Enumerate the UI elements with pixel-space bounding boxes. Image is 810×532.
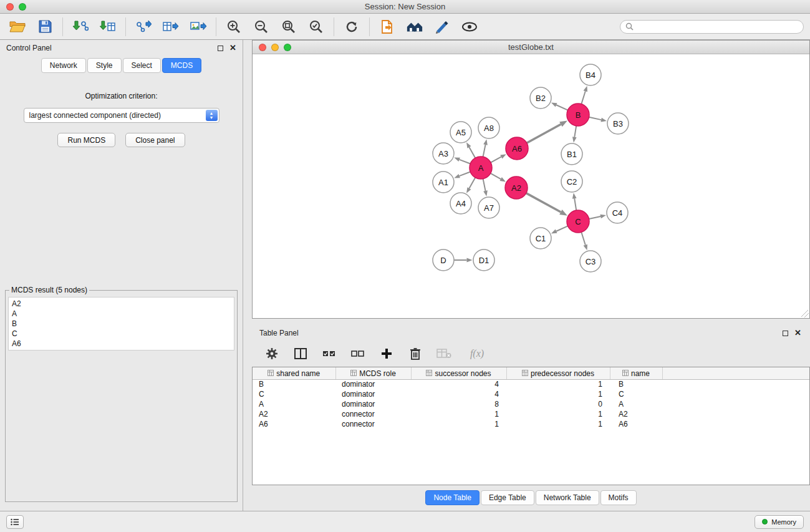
- result-item[interactable]: A2: [12, 299, 231, 309]
- table-row[interactable]: Bdominator41B: [253, 379, 809, 389]
- graph-edge[interactable]: [483, 179, 486, 191]
- save-session-icon[interactable]: [36, 18, 54, 36]
- column-header[interactable]: name: [610, 367, 662, 379]
- eye-icon[interactable]: [461, 18, 478, 36]
- tab-network[interactable]: Network: [41, 58, 86, 73]
- graph-edge[interactable]: [483, 145, 486, 157]
- resize-grip[interactable]: [801, 310, 809, 317]
- settings-gear-icon[interactable]: [264, 346, 279, 361]
- result-item[interactable]: A6: [12, 339, 231, 349]
- graph-edge[interactable]: [527, 124, 561, 143]
- zoom-in-icon[interactable]: [225, 18, 243, 36]
- graph-node-label: C3: [586, 257, 596, 266]
- select-all-icon[interactable]: [322, 346, 337, 361]
- graph-node-label: C1: [536, 234, 546, 243]
- table-row[interactable]: Adominator80A: [253, 399, 809, 409]
- close-panel-icon[interactable]: ✕: [229, 45, 236, 51]
- export-image-icon[interactable]: [190, 18, 207, 36]
- tab-select[interactable]: Select: [123, 58, 161, 73]
- table-cell: 1: [506, 419, 610, 429]
- graph-node-label: D1: [479, 256, 489, 265]
- result-item[interactable]: A: [12, 309, 231, 319]
- graph-edge[interactable]: [460, 172, 471, 176]
- deselect-all-icon[interactable]: [350, 346, 365, 361]
- graph-edge-arrow: [600, 215, 606, 219]
- network-graph[interactable]: B4B2BB3A5A8A6A3B1AA1C2A2A4A7CC4C1C3DD1: [253, 54, 809, 318]
- graph-edge[interactable]: [589, 216, 601, 219]
- zoom-out-icon[interactable]: [253, 18, 270, 36]
- export-table-icon[interactable]: [162, 18, 180, 36]
- tab-style[interactable]: Style: [87, 58, 122, 73]
- graph-node-label: B: [576, 110, 581, 120]
- zoom-network-button[interactable]: [284, 44, 291, 51]
- export-network-icon[interactable]: [135, 18, 152, 36]
- global-search[interactable]: [620, 20, 804, 34]
- search-input[interactable]: [637, 22, 798, 31]
- column-header[interactable]: shared name: [253, 367, 335, 379]
- tab-network-table[interactable]: Network Table: [536, 490, 599, 505]
- graph-edge-arrow: [467, 258, 473, 263]
- graph-edge[interactable]: [574, 198, 576, 210]
- graph-edge[interactable]: [581, 232, 585, 245]
- home-icon[interactable]: [406, 18, 423, 36]
- result-item[interactable]: C: [12, 329, 231, 339]
- run-mcds-button[interactable]: Run MCDS: [57, 133, 115, 147]
- graph-node-label: B1: [567, 150, 577, 159]
- result-item[interactable]: B: [12, 319, 231, 329]
- minimize-network-button[interactable]: [271, 44, 279, 51]
- graph-edge[interactable]: [526, 193, 561, 212]
- graph-edge[interactable]: [491, 157, 501, 162]
- zoom-window-button[interactable]: [19, 3, 26, 11]
- graph-edge-arrow: [551, 230, 557, 234]
- tab-edge-table[interactable]: Edge Table: [481, 490, 534, 505]
- close-network-button[interactable]: [259, 44, 266, 51]
- zoom-selected-icon[interactable]: [307, 18, 325, 36]
- graph-edge[interactable]: [469, 178, 475, 188]
- function-icon[interactable]: f(x): [465, 346, 489, 361]
- table-row[interactable]: A6connector11A6: [253, 419, 809, 429]
- graph-edge[interactable]: [469, 147, 475, 158]
- close-table-panel-icon[interactable]: ✕: [794, 330, 801, 336]
- open-session-file-icon[interactable]: [378, 18, 396, 36]
- graph-edge[interactable]: [574, 126, 576, 137]
- column-visibility-icon[interactable]: [293, 346, 308, 361]
- import-network-icon[interactable]: [72, 18, 89, 36]
- close-window-button[interactable]: [6, 3, 14, 11]
- graph-edge[interactable]: [556, 226, 568, 231]
- column-header[interactable]: successor nodes: [411, 367, 506, 379]
- criterion-dropdown[interactable]: largest connected component (directed) ▲…: [24, 108, 219, 123]
- add-row-icon[interactable]: [379, 346, 394, 361]
- column-header[interactable]: MCDS role: [335, 367, 411, 379]
- table-cell-filler: [662, 409, 809, 419]
- tab-motifs[interactable]: Motifs: [600, 490, 637, 505]
- table-cell: connector: [335, 409, 411, 419]
- network-canvas[interactable]: B4B2BB3A5A8A6A3B1AA1C2A2A4A7CC4C1C3DD1: [253, 54, 809, 318]
- tab-node-table[interactable]: Node Table: [425, 490, 480, 505]
- column-sort-icon: [350, 369, 357, 378]
- memory-button[interactable]: Memory: [755, 515, 804, 529]
- float-panel-icon[interactable]: [218, 46, 223, 51]
- graph-edge[interactable]: [460, 160, 471, 164]
- close-panel-button[interactable]: Close panel: [125, 133, 185, 147]
- graph-edge[interactable]: [581, 91, 585, 104]
- task-history-button[interactable]: [6, 515, 24, 529]
- apply-style-icon[interactable]: [433, 18, 451, 36]
- graph-edge[interactable]: [589, 117, 602, 120]
- zoom-fit-icon[interactable]: [280, 18, 297, 36]
- table-row[interactable]: A2connector11A2: [253, 409, 809, 419]
- float-table-panel-icon[interactable]: [783, 331, 788, 336]
- delete-row-icon[interactable]: [408, 346, 423, 361]
- table-row[interactable]: Cdominator41C: [253, 389, 809, 399]
- import-table-icon[interactable]: [99, 18, 117, 36]
- memory-label: Memory: [771, 518, 796, 526]
- column-header[interactable]: predecessor nodes: [506, 367, 610, 379]
- open-folder-icon[interactable]: [9, 18, 26, 36]
- graph-edge[interactable]: [556, 105, 568, 110]
- table-header-row: shared nameMCDS rolesuccessor nodesprede…: [253, 367, 809, 379]
- graph-edge-arrow: [559, 210, 567, 216]
- delete-table-icon[interactable]: [436, 346, 451, 361]
- refresh-icon[interactable]: [343, 18, 360, 36]
- graph-edge[interactable]: [491, 173, 501, 179]
- tab-mcds[interactable]: MCDS: [162, 58, 201, 73]
- mcds-result-fieldset: MCDS result (5 nodes) A2ABCA6: [5, 286, 238, 502]
